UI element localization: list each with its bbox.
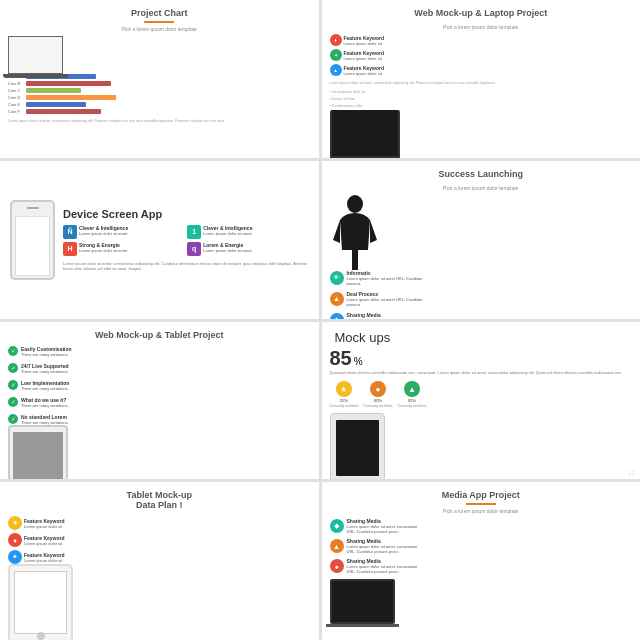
laptop-icon [8, 36, 63, 74]
feature-icon-2: ✦ [330, 49, 342, 61]
slide-4-success-launching: Success Launching Pick a lorem ipsum dol… [322, 161, 641, 319]
tablet-2-icon [8, 564, 73, 640]
slide-6-title: Mock ups [335, 330, 633, 345]
mockup-icon-3: ▲ [404, 381, 420, 397]
feat-badge-2: H [63, 242, 77, 256]
feat-badge-3: 1 [187, 225, 201, 239]
svg-point-0 [347, 195, 363, 213]
slide-3-desc: Lorem ipsum dolor sit amet, consectetur … [63, 261, 309, 272]
laptop-dark-icon [330, 110, 400, 158]
slide-8-subtitle: Pick a lorem ipsum dolor template [330, 508, 633, 514]
media-info: ◆ Sharing MediaLorem ipsum dolor sit ame… [330, 518, 633, 574]
slide-7-title: Tablet Mock-up Data Plan ! [8, 490, 311, 510]
mockup-icon-2: ● [370, 381, 386, 397]
slide-8-title: Media App Project [330, 490, 633, 500]
media-icon-3: ● [330, 559, 344, 573]
check-icon-2: ✓ [8, 363, 18, 373]
slide-1-body-text: Lorem ipsum dolor sit amet, consectetur … [8, 119, 311, 124]
success-icon-1: 👁 [330, 271, 344, 285]
tablet-right-icon [330, 413, 385, 479]
slide-2-title: Web Mock-up & Laptop Project [330, 8, 633, 18]
slide-2-subtitle: Pick a lorem ipsum dolor template [330, 24, 633, 30]
tplan-icon-1: ★ [8, 516, 22, 530]
mockup-percent: 85 [330, 347, 352, 370]
slide-4-title: Success Launching [330, 169, 633, 179]
slide-3-device-app: Device Screen App Ñ Clever & Intelligenc… [0, 161, 319, 319]
slide-1-title: Project Chart [8, 8, 311, 18]
tablet-icon [8, 425, 68, 480]
mockup-info: 85 % Quismod eloim ultrices convallis ma… [330, 347, 633, 409]
success-items: 👁 InformaticLorem ipsum dolor sit amet U… [330, 270, 633, 319]
slide-7-tablet-data-plan: Tablet Mock-up Data Plan ! ★ Feature Key… [0, 482, 319, 640]
mockup-icon-1: ★ [336, 381, 352, 397]
slide-6-page-num: 11 [628, 470, 635, 476]
slide-3-title: Device Screen App [63, 208, 309, 220]
check-icon-1: ✓ [8, 346, 18, 356]
person-silhouette [330, 195, 380, 270]
slide-7-features-left: ★ Feature KeywordLorem ipsum dolor sit ♦… [8, 516, 311, 564]
check-icon-5: ✓ [8, 414, 18, 424]
tplan-icon-3: ✦ [8, 550, 22, 564]
media-icon-1: ◆ [330, 519, 344, 533]
slide-6-mockups: Mock ups 85 % Quismod eloim ultrices con… [322, 322, 641, 480]
feature-icon-1: ♦ [330, 34, 342, 46]
feat-badge-4: q [187, 242, 201, 256]
feature-icon-3: ▲ [330, 64, 342, 76]
app-info: Device Screen App Ñ Clever & Intelligenc… [63, 208, 309, 272]
check-icon-4: ✓ [8, 397, 18, 407]
check-list: ✓ Easily CustomisationThere are many var… [8, 346, 311, 425]
mockup-icons: ★ 55% Comunity architect ● 60% Comunity … [330, 381, 633, 408]
success-icon-2: ▲ [330, 292, 344, 306]
tplan-icon-2: ♦ [8, 533, 22, 547]
mockup-percent-suffix: % [354, 356, 363, 367]
slide-1-subtitle: Pick a lorem ipsum dolor template [8, 26, 311, 32]
laptop-media-icon [330, 579, 395, 624]
slide-8-media-app: Media App Project Pick a lorem ipsum dol… [322, 482, 641, 640]
media-icon-2: ▲ [330, 539, 344, 553]
slide-5-title: Web Mock-up & Tablet Project [8, 330, 311, 340]
check-icon-3: ✓ [8, 380, 18, 390]
feat-badge-1: Ñ [63, 225, 77, 239]
slide-1-project-chart: Project Chart Pick a lorem ipsum dolor t… [0, 0, 319, 158]
phone-white-icon [10, 200, 55, 280]
chart-bars: Cate A Cate B Cate C Cate D Cate E Cate … [8, 74, 311, 114]
mockup-desc: Quismod eloim ultrices convallis malesua… [330, 370, 633, 376]
slide-2-features-left: ♦ Feature KeywordLorem ipsum dolor sit ✦… [330, 34, 633, 108]
success-icon-3: ◆ [330, 313, 344, 319]
slide-4-subtitle: Pick a lorem ipsum dolor template [330, 185, 633, 191]
slide-2-laptop-project: Web Mock-up & Laptop Project Pick a lore… [322, 0, 641, 158]
slide-5-tablet-project: Web Mock-up & Tablet Project ✓ Easily Cu… [0, 322, 319, 480]
